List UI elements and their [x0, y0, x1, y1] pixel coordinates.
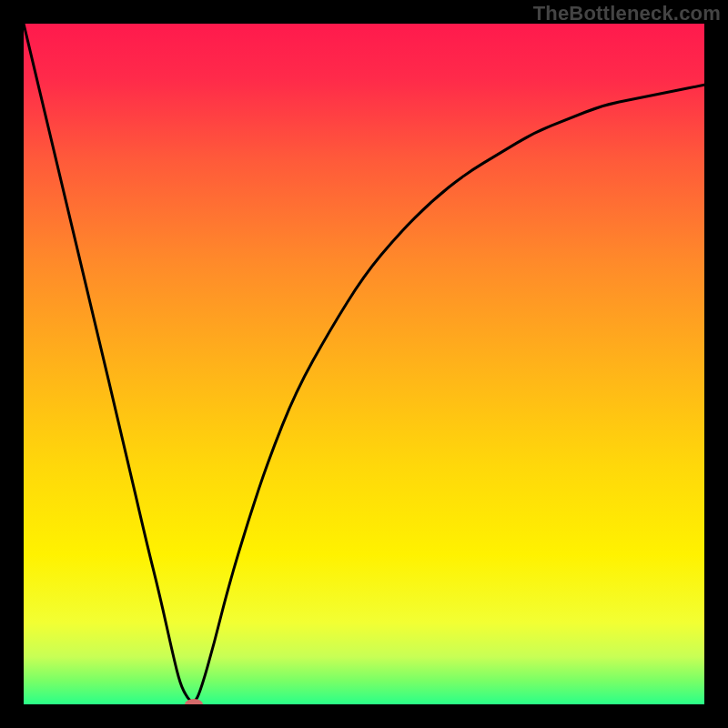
bottleneck-chart — [24, 24, 704, 704]
chart-frame: TheBottleneck.com — [0, 0, 728, 728]
gradient-background — [24, 24, 704, 704]
plot-area — [24, 24, 704, 704]
attribution-text: TheBottleneck.com — [533, 2, 721, 25]
